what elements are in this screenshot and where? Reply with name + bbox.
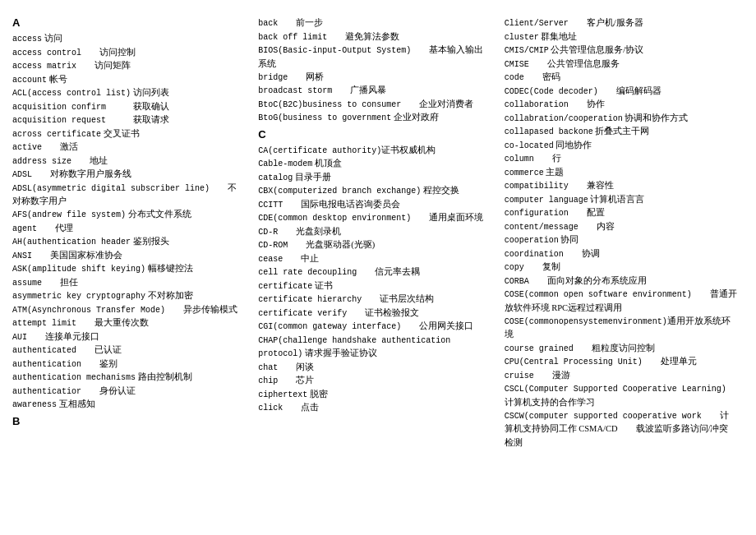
entry: cease 中止 xyxy=(258,252,491,266)
entry: CODEC(Code decoder) 编码解码器 xyxy=(505,85,737,99)
entry: code 密码 xyxy=(505,71,737,85)
entry: ATM(Asynchronous Transfer Mode) 异步传输模式 xyxy=(12,303,245,317)
entry: ASK(amplitude shift keying) 幅移键控法 xyxy=(12,262,245,276)
entry: address size 地址 xyxy=(12,155,245,168)
entry: co-located 同地协作 xyxy=(505,139,737,153)
entry: computer language 计算机语言言 xyxy=(505,193,737,207)
entry: assume 担任 xyxy=(12,276,245,290)
section-c-entries: CA(certificate authority)证书权威机构 Cable-mo… xyxy=(258,144,491,415)
entry: CSCW(computer supported cooperative work… xyxy=(505,409,737,450)
entry: cell rate decoupling 信元率去耦 xyxy=(258,265,491,279)
entry: authentication 鉴别 xyxy=(12,357,245,371)
entry: access matrix 访问矩阵 xyxy=(12,59,245,73)
entry: CCITT 国际电报电话咨询委员会 xyxy=(258,198,491,212)
entry: certificate hierarchy 证书层次结构 xyxy=(258,293,491,307)
entry: collabration/cooperation 协调和协作方式 xyxy=(505,112,737,126)
entry: ACL(access control list) 访问列表 xyxy=(12,86,245,100)
entry: content/message 内容 xyxy=(505,220,737,234)
entry: authenticated 已认证 xyxy=(12,344,245,357)
entry: CHAP(challenge handshake authentication … xyxy=(258,334,491,361)
entry: CA(certificate authority)证书权威机构 xyxy=(258,144,491,158)
entry: asymmetric key cryptography 不对称加密 xyxy=(12,289,245,303)
entry: ciphertext 脱密 xyxy=(258,388,491,402)
entry: CBX(computerized branch exchange) 程控交换 xyxy=(258,184,491,198)
entry: active 激活 xyxy=(12,141,245,155)
entry: BtoG(business to government 企业对政府 xyxy=(258,111,491,125)
entry: CD-R 光盘刻录机 xyxy=(258,225,491,239)
entry: catalog 目录手册 xyxy=(258,171,491,185)
entry: configuration 配置 xyxy=(505,206,737,220)
section-a-entries: access 访问 access control 访问控制 access mat… xyxy=(12,32,245,412)
entry: CGI(common gateway interface) 公用网关接口 xyxy=(258,320,491,334)
entry: course grained 粗粒度访问控制 xyxy=(505,342,737,356)
entry: Client/Server 客户机/服务器 xyxy=(505,16,737,30)
entry: acquisition confirm 获取确认 xyxy=(12,100,245,114)
entry: collaboration 协作 xyxy=(505,98,737,112)
entry: chat 闲谈 xyxy=(258,361,491,375)
section-a-letter: A xyxy=(12,16,245,29)
entry: broadcast storm 广播风暴 xyxy=(258,84,491,98)
entry: ADSL(asymmetric digital subscriber line)… xyxy=(12,182,245,209)
entry: CD-ROM 光盘驱动器(光驱) xyxy=(258,238,491,252)
entry: column 行 xyxy=(505,152,737,166)
entry: authenticatior 身份认证 xyxy=(12,385,245,399)
entry: authentication mechanisms 路由控制机制 xyxy=(12,371,245,385)
section-c-entries-2: Client/Server 客户机/服务器 cluster 群集地址 CMIS/… xyxy=(505,16,737,450)
entry: cluster 群集地址 xyxy=(505,30,737,44)
entry: copy 复制 xyxy=(505,261,737,274)
entry: acquisition request 获取请求 xyxy=(12,113,245,127)
column-2: back 前一步 back off limit 避免算法参数 BIOS(Basi… xyxy=(251,16,497,519)
entry: compatibility 兼容性 xyxy=(505,179,737,193)
entry: access control 访问控制 xyxy=(12,46,245,60)
entry: coordination 协调 xyxy=(505,247,737,261)
entry: cooperation 协同 xyxy=(505,233,737,247)
entry: commerce 主题 xyxy=(505,166,737,180)
entry: click 点击 xyxy=(258,401,491,415)
section-b-entries: back 前一步 back off limit 避免算法参数 BIOS(Basi… xyxy=(258,16,491,125)
page: A access 访问 access control 访问控制 access m… xyxy=(0,0,756,535)
column-1: A access 访问 access control 访问控制 access m… xyxy=(12,16,251,519)
entry: across certificate 交叉证书 xyxy=(12,127,245,141)
entry: back off limit 避免算法参数 xyxy=(258,30,491,44)
entry: BIOS(Basic-input-Output System) 基本输入输出系统 xyxy=(258,44,491,71)
entry: attempt limit 最大重传次数 xyxy=(12,316,245,330)
entry: COSE(commonopensystemenvironment)通用开放系统环… xyxy=(505,315,737,342)
entry: access 访问 xyxy=(12,32,245,46)
section-b-letter: B xyxy=(12,415,245,427)
entry: AH(authentication header 鉴别报头 xyxy=(12,235,245,249)
entry: CMISE 公共管理信息服务 xyxy=(505,58,737,71)
entry: account 帐号 xyxy=(12,73,245,87)
entry: CMIS/CMIP 公共管理信息服务/协议 xyxy=(505,44,737,58)
entry: collapased backone 折叠式主干网 xyxy=(505,125,737,139)
entry: Cable-modem 机顶盒 xyxy=(258,157,491,171)
entry: chip 芯片 xyxy=(258,374,491,388)
entry: certificate verify 证书检验报文 xyxy=(258,307,491,321)
entry: ADSL 对称数字用户服务线 xyxy=(12,168,245,182)
entry: cruise 漫游 xyxy=(505,369,737,383)
entry: certificate 证书 xyxy=(258,279,491,293)
entry: awareness 互相感知 xyxy=(12,398,245,412)
entry: back 前一步 xyxy=(258,16,491,30)
entry: bridge 网桥 xyxy=(258,71,491,85)
section-c-letter: C xyxy=(258,128,491,141)
entry: CDE(common desktop environment) 通用桌面环境 xyxy=(258,211,491,225)
entry: CSCL(Computer Supported Cooperative Lear… xyxy=(505,382,737,409)
column-3: Client/Server 客户机/服务器 cluster 群集地址 CMIS/… xyxy=(498,16,744,519)
entry: ANSI 美国国家标准协会 xyxy=(12,249,245,263)
entry: AFS(andrew file system) 分布式文件系统 xyxy=(12,208,245,222)
entry: CPU(Central Processing Unit) 处理单元 xyxy=(505,355,737,369)
entry: COSE(common open software environment) 普… xyxy=(505,288,737,315)
entry: AUI 连接单元接口 xyxy=(12,330,245,344)
entry: CORBA 面向对象的分布系统应用 xyxy=(505,274,737,288)
entry: agent 代理 xyxy=(12,222,245,236)
entry: BtoC(B2C)business to consumer 企业对消费者 xyxy=(258,98,491,112)
